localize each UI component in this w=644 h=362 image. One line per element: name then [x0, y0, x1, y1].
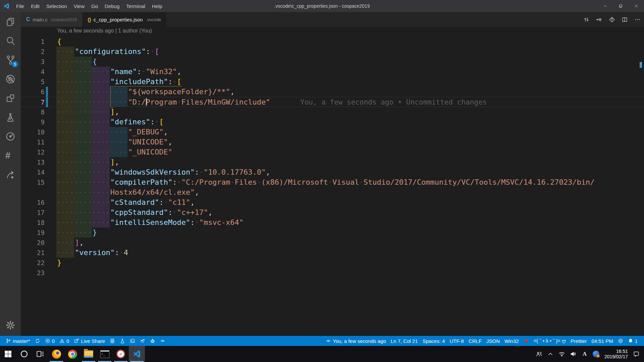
- wifi-tray[interactable]: [557, 351, 567, 357]
- code-row-23[interactable]: 23: [21, 268, 644, 278]
- flask-status[interactable]: [117, 336, 127, 346]
- menu-terminal[interactable]: Terminal: [123, 0, 149, 12]
- code-row-22[interactable]: 22}: [21, 258, 644, 268]
- file-explorer-button[interactable]: [80, 346, 97, 362]
- tab-c-cpp-properties[interactable]: {}c_cpp_properties.json.vscode: [82, 12, 166, 27]
- more-actions-button[interactable]: [633, 15, 642, 24]
- clock-status[interactable]: 04:51 PM: [589, 336, 615, 346]
- line-number[interactable]: 13: [21, 157, 45, 167]
- menu-edit[interactable]: Edit: [28, 0, 43, 12]
- line-number[interactable]: 15: [21, 177, 45, 187]
- code-row-7[interactable]: 7"D:/Program·Files/MinGW/include"You, a …: [21, 97, 644, 107]
- eol[interactable]: CRLF: [466, 336, 484, 346]
- cursor-position[interactable]: Ln 7, Col 21: [388, 336, 420, 346]
- code-row-11[interactable]: 11"UNICODE",: [21, 137, 644, 147]
- line-number[interactable]: 9: [21, 117, 45, 127]
- line-number[interactable]: 3: [21, 57, 45, 67]
- cat-kaomoji-status[interactable]: =( ˆ • λ • ˆ )= ღ: [531, 336, 568, 346]
- line-number[interactable]: 19: [21, 228, 45, 238]
- close-button[interactable]: [629, 0, 644, 12]
- branch-indicator[interactable]: master*: [3, 336, 33, 346]
- line-number[interactable]: 14: [21, 167, 45, 177]
- code-row-16[interactable]: 16"cStandard":·"c11",: [21, 197, 644, 207]
- line-number[interactable]: 4: [21, 67, 45, 77]
- feedback-smiley[interactable]: [615, 336, 626, 346]
- bug-status[interactable]: [148, 336, 158, 346]
- line-number[interactable]: 17: [21, 207, 45, 218]
- line-number[interactable]: 11: [21, 137, 45, 147]
- code-row-2[interactable]: 2"configurations":·[: [21, 47, 644, 57]
- task-view-button[interactable]: [32, 346, 48, 362]
- line-number[interactable]: 23: [21, 268, 45, 278]
- line-number[interactable]: 8: [21, 107, 45, 117]
- toggle-blame-swap-button[interactable]: [582, 15, 591, 24]
- code-row-12[interactable]: 12"_UNICODE": [21, 147, 644, 157]
- activity-test[interactable]: [0, 108, 21, 127]
- code-row-9[interactable]: 9"defines":·[: [21, 117, 644, 127]
- line-number[interactable]: 5: [21, 77, 45, 87]
- menu-go[interactable]: Go: [88, 0, 101, 12]
- code-row-14[interactable]: 14"windowsSdkVersion":·"10.0.17763.0",: [21, 167, 644, 177]
- code-row-13[interactable]: 13],: [21, 157, 644, 167]
- gitlens-blame-status[interactable]: You, a few seconds ago: [323, 336, 388, 346]
- terminal-status[interactable]: [127, 336, 138, 346]
- encoding[interactable]: UTF-8: [447, 336, 466, 346]
- split-editor-button[interactable]: [620, 15, 629, 24]
- code-row-17[interactable]: 17"cppStandard":·"c++17",: [21, 207, 644, 218]
- code-row-6[interactable]: 6"${workspaceFolder}/**",: [21, 87, 644, 97]
- start-button[interactable]: [0, 346, 16, 362]
- snip-button[interactable]: ✂: [113, 346, 129, 362]
- code-row-15[interactable]: 15"compilerPath":·"C:/Program·Files·(x86…: [21, 177, 644, 187]
- activity-history[interactable]: [0, 127, 21, 146]
- menu-view[interactable]: View: [70, 0, 88, 12]
- app-sphere-tray[interactable]: [591, 351, 601, 357]
- code-row-10[interactable]: 10"_DEBUG",: [21, 127, 644, 137]
- menu-selection[interactable]: Selection: [43, 0, 70, 12]
- menu-help[interactable]: Help: [149, 0, 166, 12]
- line-number[interactable]: 2: [21, 47, 45, 57]
- cmd-button[interactable]: [97, 346, 113, 362]
- code-row-1[interactable]: 1{: [21, 37, 644, 47]
- activity-explorer[interactable]: [0, 12, 21, 31]
- line-number[interactable]: 18: [21, 218, 45, 228]
- code-row-wrap[interactable]: Hostx64/x64/cl.exe",: [21, 187, 644, 197]
- line-number[interactable]: 7: [21, 97, 45, 107]
- action-center-button[interactable]: [631, 351, 641, 357]
- code-row-3[interactable]: 3{: [21, 57, 644, 67]
- prettier-status[interactable]: Prettier: [568, 336, 589, 346]
- activity-source-control[interactable]: 5: [0, 50, 21, 69]
- tray-expand[interactable]: [545, 351, 555, 357]
- indentation[interactable]: Spaces: 4: [420, 336, 447, 346]
- code-row-8[interactable]: 8],: [21, 107, 644, 117]
- code-row-18[interactable]: 18"intelliSenseMode":·"msvc-x64": [21, 218, 644, 228]
- firefox-button[interactable]: [48, 346, 64, 362]
- menu-debug[interactable]: Debug: [101, 0, 123, 12]
- activity-hash[interactable]: #: [0, 146, 21, 165]
- line-number[interactable]: 16: [21, 197, 45, 207]
- language-mode[interactable]: JSON: [484, 336, 502, 346]
- config-select[interactable]: Win32: [502, 336, 521, 346]
- card-status[interactable]: [107, 336, 117, 346]
- notifications-bell[interactable]: 1: [626, 336, 640, 346]
- code-row-20[interactable]: 20],: [21, 238, 644, 248]
- line-number[interactable]: 1: [21, 37, 45, 47]
- flame-status[interactable]: [521, 336, 531, 346]
- ime-indicator[interactable]: A: [580, 351, 590, 357]
- people-tray[interactable]: [534, 351, 544, 357]
- activity-debug[interactable]: [0, 69, 21, 88]
- live-share-button[interactable]: Live Share: [71, 336, 107, 346]
- taskbar-clock[interactable]: 16:51 2019/02/17: [602, 349, 630, 359]
- problems-warnings[interactable]: 0: [57, 336, 71, 346]
- volume-tray[interactable]: [568, 351, 578, 357]
- activity-extensions[interactable]: [0, 88, 21, 108]
- code-row-4[interactable]: 4"name":·"Win32",: [21, 67, 644, 77]
- restore-button[interactable]: [613, 0, 629, 12]
- line-number[interactable]: 10: [21, 127, 45, 137]
- line-number[interactable]: 12: [21, 147, 45, 157]
- codelens-authors[interactable]: You, a few seconds ago | 1 author (You): [57, 28, 152, 34]
- line-number[interactable]: 22: [21, 258, 45, 268]
- open-changes-button[interactable]: [607, 15, 616, 24]
- activity-share[interactable]: [0, 165, 21, 184]
- problems-errors[interactable]: 0: [43, 336, 57, 346]
- gitlens-annotate-button[interactable]: [594, 15, 604, 24]
